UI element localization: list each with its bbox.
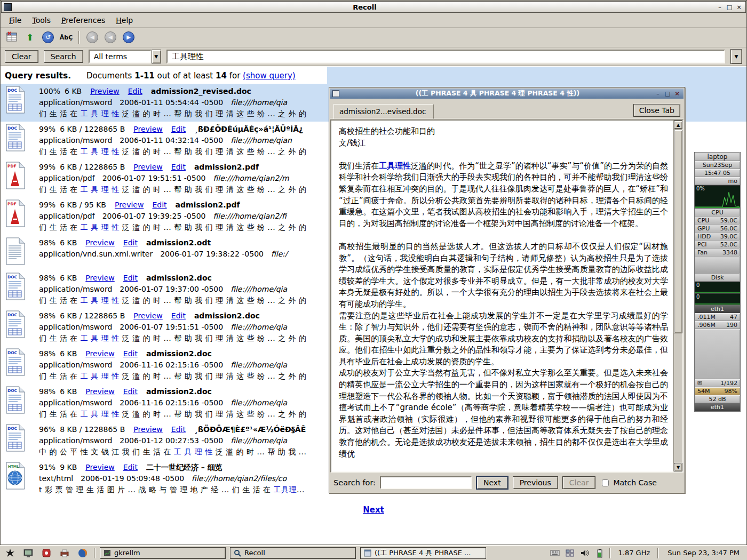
preview-link[interactable]: Preview bbox=[85, 387, 115, 396]
workspace-grid-icon[interactable] bbox=[565, 548, 575, 558]
file-type-icon[interactable] bbox=[5, 237, 27, 268]
result-snippet: 们 生 活 在 工 具 理 性 泛 滥 的 时 ... 帮 助 我 们 理 清 … bbox=[39, 146, 306, 157]
file-url: file:/ bbox=[271, 250, 288, 258]
file-type-icon[interactable]: DOC bbox=[5, 310, 27, 341]
menu-help[interactable]: Help bbox=[110, 14, 138, 26]
search-button[interactable]: Search bbox=[44, 50, 83, 63]
next-page-icon[interactable]: ▶ bbox=[121, 30, 137, 45]
preview-link[interactable]: Preview bbox=[85, 463, 115, 471]
file-type-icon[interactable]: DOC bbox=[5, 273, 27, 303]
table-icon bbox=[6, 31, 18, 43]
edit-link[interactable]: Edit bbox=[128, 87, 142, 95]
edit-link[interactable]: Edit bbox=[123, 238, 138, 247]
file-type-icon[interactable]: DOC bbox=[5, 386, 27, 417]
reload-icon[interactable]: ↺ bbox=[40, 30, 56, 45]
volume-icon[interactable] bbox=[579, 548, 590, 558]
menu-bar: File Tools Preferences Help bbox=[1, 13, 746, 28]
file-type-icon[interactable]: DOC bbox=[5, 124, 27, 155]
find-clear-button[interactable]: Clear bbox=[562, 476, 596, 489]
file-type-icon[interactable]: DOC bbox=[5, 86, 27, 117]
file-type-icon[interactable]: HTML bbox=[5, 462, 27, 493]
show-query-link[interactable]: (show query) bbox=[243, 71, 296, 81]
first-page-icon[interactable]: ◀ bbox=[84, 30, 100, 45]
edit-link[interactable]: Edit bbox=[123, 349, 138, 358]
preview-title-bar[interactable]: ((工 PHRASE 4 具 PHRASE 4 理 PHRASE 4 性)) –… bbox=[330, 89, 684, 99]
preview-link[interactable]: Preview bbox=[85, 274, 115, 282]
scroll-thumb[interactable] bbox=[674, 130, 682, 333]
preview-link[interactable]: Preview bbox=[90, 87, 120, 95]
menu-file[interactable]: File bbox=[4, 14, 27, 26]
preview-maximize-icon[interactable]: □ bbox=[663, 90, 672, 98]
edit-link[interactable]: Edit bbox=[152, 201, 166, 209]
launcher-firefox-icon[interactable] bbox=[76, 547, 90, 559]
net-row: .906M190 bbox=[695, 321, 740, 329]
preview-link[interactable]: Preview bbox=[133, 425, 163, 434]
clear-button[interactable]: Clear bbox=[5, 50, 38, 63]
preview-link[interactable]: Preview bbox=[115, 201, 144, 209]
result-headline: 99%6 KB / 95 KBPreviewEditadmission2.pdf bbox=[39, 199, 306, 211]
svg-text:DOC: DOC bbox=[7, 313, 18, 317]
maximize-icon[interactable]: □ bbox=[725, 3, 734, 11]
edit-link[interactable]: Edit bbox=[171, 125, 186, 133]
search-input[interactable] bbox=[166, 50, 725, 63]
launcher-media-icon[interactable] bbox=[39, 547, 53, 559]
history-dropdown-icon[interactable]: ▼ bbox=[730, 49, 742, 64]
scrollbar[interactable]: ▲ ▼ bbox=[673, 121, 682, 471]
task-gkrellm[interactable]: gkrellm bbox=[100, 547, 226, 559]
mail-row: ✉1/192 bbox=[695, 379, 740, 387]
battery-icon[interactable] bbox=[594, 548, 605, 558]
preview-link[interactable]: Preview bbox=[133, 163, 163, 171]
term-explorer-icon[interactable]: ÂbÇ bbox=[58, 30, 74, 45]
scroll-down-icon[interactable]: ▼ bbox=[674, 463, 682, 471]
preview-window: ((工 PHRASE 4 具 PHRASE 4 理 PHRASE 4 性)) –… bbox=[329, 87, 685, 493]
file-type-icon[interactable]: PDF bbox=[5, 162, 27, 193]
scroll-up-icon[interactable]: ▲ bbox=[674, 121, 682, 129]
edit-link[interactable]: Edit bbox=[171, 425, 186, 434]
title-bar[interactable]: Recoll – □ × bbox=[1, 1, 746, 13]
edit-link[interactable]: Edit bbox=[171, 311, 186, 320]
task-preview[interactable]: ((工 PHRASE 4 具 PHRASE ... bbox=[360, 547, 486, 559]
sort-icon[interactable]: ⬆ bbox=[22, 30, 38, 45]
close-tab-button[interactable]: Close Tab bbox=[633, 104, 680, 117]
result-title: ¸ßÐ£ÕÐÉúµÄÉç»á¹¦ÄÜºÍÄ¿ bbox=[194, 125, 303, 133]
file-type-icon[interactable]: DOC bbox=[5, 424, 27, 455]
preview-tab[interactable]: admission2...evised.doc bbox=[333, 104, 434, 119]
keyboard-layout-icon[interactable] bbox=[550, 548, 560, 558]
preview-content: 高校招生的社会功能和目的文/钱江我们生活在工具理性泛滥的时代。作为“世之显学”的… bbox=[330, 119, 684, 473]
file-url: file:///home/qia bbox=[231, 361, 287, 369]
results-header: Query results. Documents 1-11 out of at … bbox=[1, 67, 746, 84]
match-case-checkbox[interactable] bbox=[602, 479, 609, 486]
edit-link[interactable]: Edit bbox=[171, 163, 186, 171]
launcher-print-icon[interactable] bbox=[58, 547, 71, 559]
next-results-link[interactable]: Next bbox=[1, 505, 746, 515]
preview-link[interactable]: Preview bbox=[133, 125, 163, 133]
preview-link[interactable]: Preview bbox=[85, 238, 115, 247]
edit-link[interactable]: Edit bbox=[123, 274, 138, 282]
taskbar-clock[interactable]: Sun Sep 23, 3:47 PM bbox=[663, 549, 744, 557]
search-mode-select[interactable]: All terms ▼ bbox=[89, 50, 161, 63]
launcher-claw-icon[interactable] bbox=[3, 547, 17, 559]
close-icon[interactable]: × bbox=[735, 3, 743, 11]
find-previous-button[interactable]: Previous bbox=[513, 476, 558, 489]
find-input[interactable] bbox=[380, 476, 472, 489]
file-size: 6 KB / 95 KB bbox=[60, 201, 106, 209]
preview-minimize-icon[interactable]: – bbox=[654, 90, 662, 98]
minimize-icon[interactable]: – bbox=[716, 3, 724, 11]
preview-close-icon[interactable]: × bbox=[673, 90, 681, 98]
preview-link[interactable]: Preview bbox=[133, 311, 163, 320]
file-type-icon[interactable]: DOC bbox=[5, 348, 27, 379]
clear-search-icon[interactable] bbox=[4, 30, 20, 45]
launcher-terminal-icon[interactable] bbox=[21, 547, 35, 559]
chevron-down-icon[interactable]: ▼ bbox=[152, 50, 161, 63]
task-recoll[interactable]: Recoll bbox=[230, 547, 356, 559]
edit-link[interactable]: Edit bbox=[123, 387, 138, 396]
menu-tools[interactable]: Tools bbox=[27, 14, 56, 26]
prev-page-icon[interactable]: ◀ bbox=[102, 30, 118, 45]
match-case-option[interactable]: Match Case bbox=[600, 478, 656, 488]
file-url: file:///home/qian2/m bbox=[213, 174, 289, 182]
edit-link[interactable]: Edit bbox=[123, 463, 138, 471]
find-next-button[interactable]: Next bbox=[476, 476, 508, 490]
preview-link[interactable]: Preview bbox=[85, 349, 115, 358]
menu-preferences[interactable]: Preferences bbox=[56, 14, 110, 26]
file-type-icon[interactable]: PDF bbox=[5, 199, 27, 230]
